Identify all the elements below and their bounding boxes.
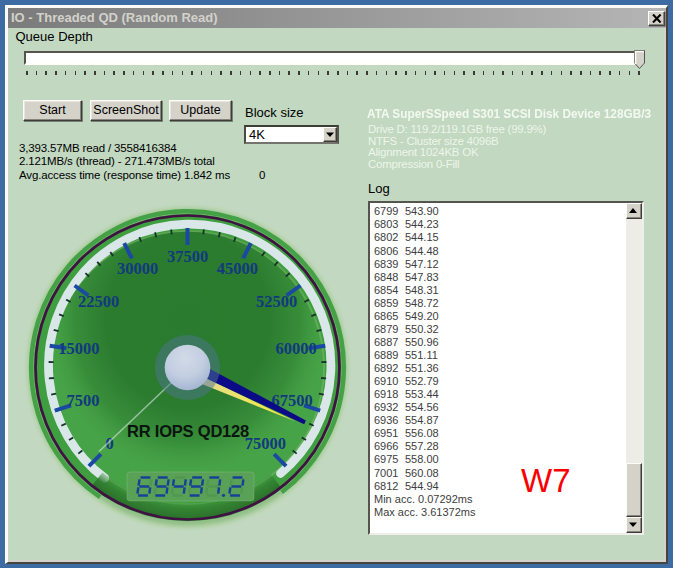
svg-text:7500: 7500	[66, 391, 99, 410]
svg-text:15000: 15000	[58, 339, 99, 358]
svg-text:30000: 30000	[117, 259, 158, 278]
svg-text:45000: 45000	[217, 259, 258, 278]
svg-text:60000: 60000	[275, 339, 316, 358]
svg-text:37500: 37500	[167, 247, 208, 266]
svg-text:22500: 22500	[78, 292, 119, 311]
svg-text:52500: 52500	[256, 292, 297, 311]
svg-text:RR IOPS QD128: RR IOPS QD128	[127, 422, 249, 440]
svg-text:75000: 75000	[245, 434, 286, 453]
